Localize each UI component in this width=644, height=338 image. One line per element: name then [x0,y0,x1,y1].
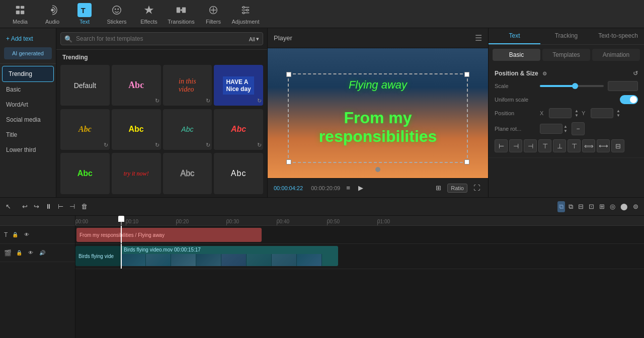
uniform-scale-toggle[interactable] [620,95,638,104]
text-templates-panel: 🔍 All ▾ Trending Default Abc ↻ in thisvi… [56,28,268,197]
template-white-abc[interactable]: Abc [214,153,263,194]
delete-button[interactable]: 🗑 [79,201,89,212]
refresh-icon: ↻ [257,142,262,148]
tl-icon3[interactable]: ⊟ [577,201,585,212]
search-bar: 🔍 All ▾ [56,28,267,50]
list-view-button[interactable]: ≡ [344,183,352,193]
tab-tracking[interactable]: Tracking [540,28,592,44]
nav-effects[interactable]: Effects [133,0,165,28]
fullscreen-button[interactable]: ⛶ [471,183,482,193]
tl-icon6[interactable]: ◎ [608,201,617,212]
rot-stepper[interactable]: ▲▼ [564,124,568,133]
tab-text[interactable]: Text [489,28,540,44]
sidebar-item-title[interactable]: Title [0,127,56,142]
sidebar-item-wordart[interactable]: WordArt [0,97,56,112]
handle-tl[interactable] [286,72,291,77]
scale-input[interactable]: 112% [608,81,638,91]
split-keep-left-button[interactable]: ⊢ [56,201,65,212]
template-pink-abc[interactable]: Abc ↻ [112,65,161,106]
text-track-lock[interactable]: 🔒 [11,230,20,239]
template-teal-abc[interactable]: Abc ↻ [163,109,212,150]
filter-button[interactable]: All ▾ [249,36,259,42]
align-center-v-btn[interactable]: ⊥ [553,139,566,152]
uniform-scale-label: Uniform scale [495,97,540,103]
fit-button[interactable]: ⊞ [434,183,443,193]
align-left-btn[interactable]: ⊢ [495,139,508,152]
ratio-button[interactable]: Ratio [447,184,467,193]
template-script[interactable]: in thisvideo ↻ [163,65,212,106]
align-extra-btn[interactable]: ⊟ [611,139,624,152]
subtab-animation[interactable]: Animation [592,49,640,61]
x-input[interactable]: 0 [549,108,572,118]
sidebar-item-socialmedia[interactable]: Social media [0,112,56,127]
svg-rect-3 [21,11,24,14]
x-stepper[interactable]: ▲▼ [575,109,579,118]
nav-stickers[interactable]: Stickers [101,0,133,28]
scale-slider[interactable] [540,85,604,87]
handle-tr[interactable] [464,72,469,77]
align-bottom-btn[interactable]: ⊤ [568,139,581,152]
svg-rect-0 [16,6,20,9]
tab-tts[interactable]: Text-to-speech [592,28,644,44]
video-track-audio[interactable]: 🔊 [38,248,47,257]
tl-icon8[interactable]: ⊚ [631,201,640,212]
video-track-visible[interactable]: 👁 [27,248,35,257]
player-menu-icon[interactable]: ☰ [475,33,482,43]
handle-bl[interactable] [286,159,291,164]
sidebar-item-lowerthird[interactable]: Lower third [0,142,56,157]
y-input[interactable]: 0 [591,108,613,118]
template-red-abc[interactable]: Abc ↻ [214,109,263,150]
align-right-btn[interactable]: ⊣ [524,139,537,152]
nav-audio[interactable]: Audio [36,0,68,28]
align-dist-h-btn[interactable]: ⟺ [582,139,595,152]
uniform-scale-row: Uniform scale [495,95,638,104]
text-clip[interactable]: From my responsibilities / Flying away [76,228,262,242]
tl-icon4[interactable]: ⊡ [587,201,596,212]
template-news[interactable]: try it now! [112,153,161,194]
reset-button[interactable]: ↺ [633,70,638,77]
tl-icon7[interactable]: ⬤ [619,201,629,212]
ai-generated-button[interactable]: AI generated [4,47,52,59]
align-center-h-btn[interactable]: ⊣ [509,139,522,152]
plane-rot-input[interactable]: 0° [540,124,562,134]
split-keep-right-button[interactable]: ⊣ [68,201,76,212]
tl-icon5[interactable]: ⊞ [598,201,606,212]
template-yellow-abc[interactable]: Abc ↻ [112,109,161,150]
video-clip-pre[interactable]: Birds flying vide [75,246,121,266]
undo-button[interactable]: ↩ [21,201,29,212]
nav-transitions[interactable]: Transitions [165,0,197,28]
sidebar-item-trending[interactable]: Trending [2,66,54,82]
rot-reset-btn[interactable]: − [572,122,585,135]
tl-icon2[interactable]: ⧉ [567,201,575,212]
template-green-abc[interactable]: Abc [60,153,110,194]
video-clip-main[interactable]: Birds flying video.mov 00:00:15:17 [121,246,338,266]
playhead-head [118,216,124,222]
handle-br[interactable] [464,159,469,164]
tl-icon1[interactable]: ⧉ [557,201,565,212]
nav-filters[interactable]: Filters [197,0,229,28]
align-dist-v-btn[interactable]: ⟷ [597,139,610,152]
align-top-btn[interactable]: ⊤ [538,139,551,152]
subtab-basic[interactable]: Basic [493,49,540,61]
position-size-title: Position & Size ⚙ ↺ [495,70,638,77]
split-button[interactable]: ⏸ [44,201,53,212]
template-outline-abc[interactable]: Abc [163,153,212,194]
template-default[interactable]: Default [60,65,110,106]
video-track-lock[interactable]: 🔒 [15,248,24,257]
ruler-spacer [0,216,75,226]
subtab-templates[interactable]: Templates [542,49,590,61]
template-gold-abc[interactable]: Abc ↻ [60,109,110,150]
rotate-handle[interactable] [375,167,380,172]
nav-media[interactable]: Media [4,0,36,28]
nav-text[interactable]: T Text [68,0,101,28]
redo-button[interactable]: ↪ [32,201,41,212]
y-stepper[interactable]: ▲▼ [616,109,620,118]
text-track-visible[interactable]: 👁 [23,230,31,239]
play-button[interactable]: ▶ [356,183,365,193]
sidebar-item-basic[interactable]: Basic [0,82,56,97]
add-text-button[interactable]: + Add text [0,32,56,45]
search-input[interactable] [60,32,263,45]
template-nice-day[interactable]: HAVE ANice day ↻ [214,65,263,106]
nav-adjustment[interactable]: Adjustment [229,0,262,28]
select-tool-button[interactable]: ↖ [4,201,13,212]
